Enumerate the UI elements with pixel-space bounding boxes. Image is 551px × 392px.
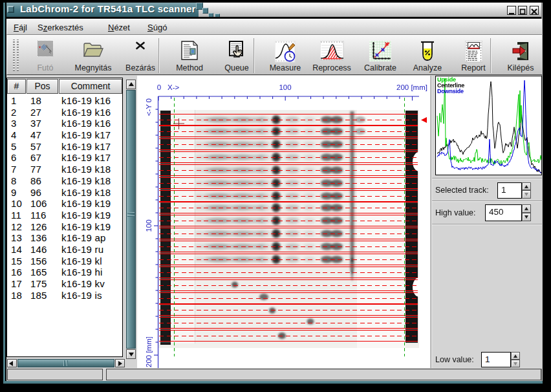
svg-text:200 [mm]: 200 [mm] <box>396 83 427 91</box>
svg-text:0: 0 <box>145 98 153 102</box>
svg-text:0: 0 <box>157 83 161 91</box>
svg-text:X->: X-> <box>167 83 180 91</box>
svg-text:100: 100 <box>279 83 291 91</box>
svg-text:100: 100 <box>145 219 153 232</box>
svg-text:<-Y: <-Y <box>145 104 153 116</box>
svg-text:200 [mm]: 200 [mm] <box>145 336 153 367</box>
